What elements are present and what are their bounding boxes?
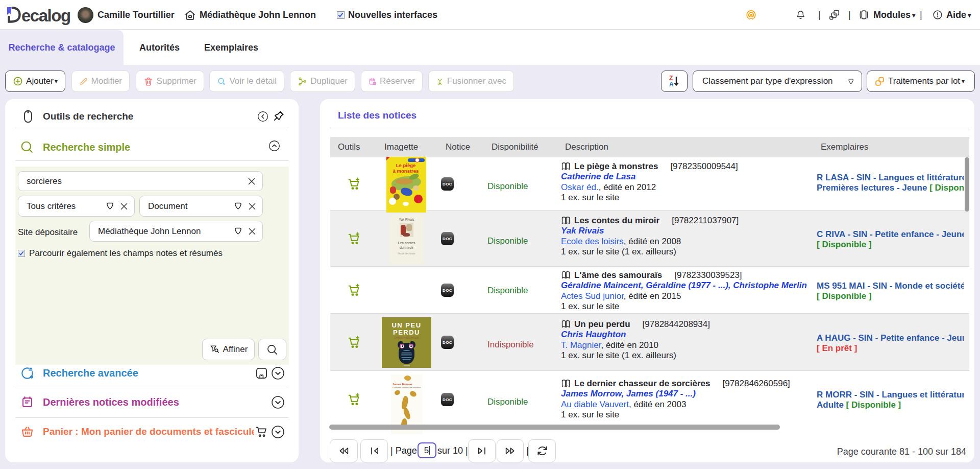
svg-text:ecalog: ecalog [21, 6, 70, 25]
svg-text:A: A [669, 81, 674, 88]
